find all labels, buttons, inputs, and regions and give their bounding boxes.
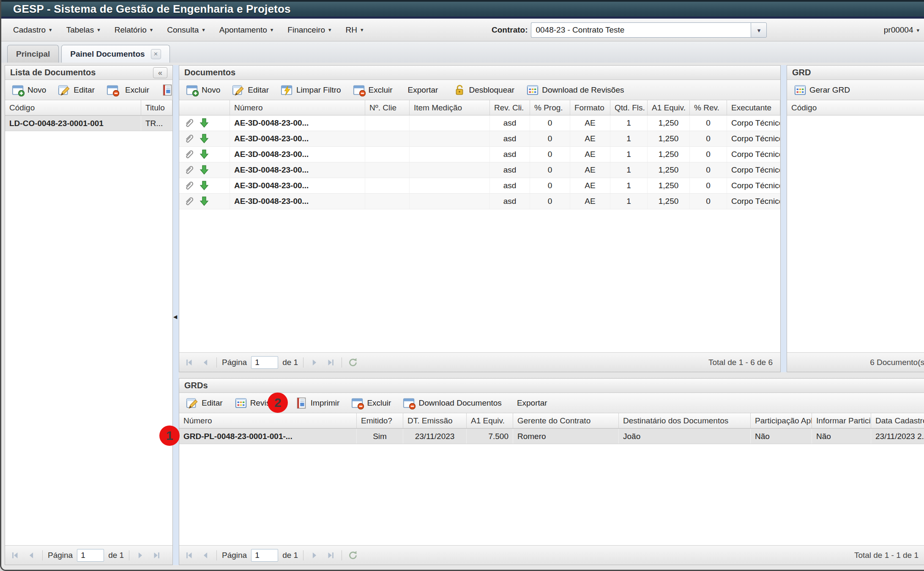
column-header-item-medicao[interactable]: Item Medição (410, 100, 490, 115)
doc-a1: 1,250 (648, 162, 690, 178)
menu-relatorio[interactable]: Relatório▾ (115, 25, 153, 35)
lista-row-titulo: TR... (141, 116, 172, 131)
column-header-n-cliente[interactable]: Nº. Clie (365, 100, 410, 115)
column-header-data-cadastro[interactable]: Data Cadastro (871, 413, 924, 428)
pager-first-button[interactable] (9, 549, 21, 561)
lista-grid-header: Código Titulo (5, 100, 172, 115)
column-header-a1-equiv[interactable]: A1 Equiv. (648, 100, 690, 115)
pager-refresh-button[interactable] (347, 549, 359, 561)
lista-novo-button[interactable]: Novo (9, 82, 49, 98)
column-header-codigo[interactable]: Código (787, 100, 924, 115)
grds-excluir-button[interactable]: Excluir (349, 395, 394, 411)
column-header-executante[interactable]: Executante (727, 100, 780, 115)
documentos-desbloquear-button[interactable]: Desbloquear (451, 82, 517, 98)
column-header-destinatario[interactable]: Destinatário dos Documentos (619, 413, 751, 428)
lista-imprimir-button[interactable]: Im (159, 82, 172, 98)
column-header-rev-pct[interactable]: % Rev. (690, 100, 727, 115)
pager-refresh-button[interactable] (347, 357, 359, 368)
lista-excluir-button[interactable]: Excluir (104, 82, 152, 98)
lista-page-input[interactable] (77, 549, 104, 562)
grds-download-documentos-button[interactable]: Download Documentos (400, 395, 504, 411)
column-header-qtd-fls[interactable]: Qtd. Fls. (610, 100, 648, 115)
delete-window-icon (107, 84, 119, 96)
column-header-dt-emissao[interactable]: DT. Emissão (403, 413, 467, 428)
documentos-grid-body: AE-3D-0048-23-00... asd 0 AE 1 1,250 0 C… (179, 115, 780, 352)
column-header-titulo[interactable]: Titulo (141, 100, 172, 115)
grds-page-input[interactable] (251, 549, 278, 562)
menu-cadastro[interactable]: Cadastro▾ (13, 25, 52, 35)
documento-row[interactable]: AE-3D-0048-23-00... asd 0 AE 1 1,250 0 C… (179, 162, 780, 178)
column-header-formato[interactable]: Formato (570, 100, 610, 115)
documentos-panel-header: Documentos (179, 66, 780, 80)
documentos-editar-button[interactable]: Editar (230, 82, 271, 98)
grd-panel-title: GRD (792, 68, 811, 77)
pager-next-button[interactable] (134, 549, 146, 561)
contract-combo-dropdown-button[interactable]: ▾ (751, 22, 767, 38)
pager-first-button[interactable] (183, 549, 195, 561)
column-header-numero[interactable]: Número (179, 413, 357, 428)
documentos-exportar-button[interactable]: Exportar (402, 84, 444, 96)
pager-prev-icon (201, 551, 210, 560)
pager-prev-button[interactable] (200, 357, 211, 368)
tab-painel-documentos[interactable]: Painel Documentos × (61, 45, 169, 63)
pager-last-icon (152, 551, 161, 560)
tab-close-icon[interactable]: × (151, 49, 161, 59)
column-header-codigo[interactable]: Código (5, 100, 141, 115)
user-menu[interactable]: pr00004▾ (884, 19, 919, 41)
grd-participacao: Não (751, 429, 812, 444)
column-header-prog[interactable]: % Prog. (530, 100, 570, 115)
documentos-novo-button[interactable]: Novo (183, 82, 223, 98)
menu-rh[interactable]: RH▾ (346, 25, 364, 35)
pager-last-button[interactable] (325, 549, 336, 561)
grd-row-selected[interactable]: GRD-PL-0048-23-0001-001-... Sim 23/11/20… (179, 428, 924, 444)
menu-financeiro[interactable]: Financeiro▾ (287, 25, 331, 35)
lista-row-selected[interactable]: LD-CO-0048-23-0001-001 TR... (5, 115, 172, 131)
grds-editar-button[interactable]: Editar (183, 395, 225, 411)
menu-consulta[interactable]: Consulta▾ (167, 25, 205, 35)
contract-selector: Contrato: ▾ (492, 19, 767, 41)
pager-page-label: Página (48, 551, 73, 560)
lista-editar-button[interactable]: Editar (55, 82, 97, 98)
contract-combo-input[interactable] (531, 22, 751, 38)
grds-exportar-button[interactable]: Exportar (511, 397, 553, 409)
grds-pager: Página de 1 Total de 1 - 1 de 1 (179, 545, 924, 565)
column-header-rev-cli[interactable]: Rev. Cli. (490, 100, 530, 115)
column-header-participacao[interactable]: Participação Aplic (751, 413, 812, 428)
collapse-left-icon[interactable]: ◀ (173, 314, 177, 320)
tab-principal[interactable]: Principal (7, 45, 59, 63)
pager-next-button[interactable] (309, 357, 320, 368)
pager-next-button[interactable] (309, 549, 320, 561)
documentos-limpar-filtro-button[interactable]: Limpar Filtro (278, 82, 344, 98)
grd-footer: 6 Documento(s (787, 352, 924, 372)
documentos-excluir-button[interactable]: Excluir (350, 82, 395, 98)
documentos-grid-header: Número Nº. Clie Item Medição Rev. Cli. %… (179, 100, 780, 115)
documento-row[interactable]: AE-3D-0048-23-00... asd 0 AE 1 1,250 0 C… (179, 178, 780, 194)
documentos-page-input[interactable] (251, 356, 278, 369)
pager-first-button[interactable] (183, 357, 195, 368)
doc-formato: AE (570, 178, 610, 193)
gerar-grd-button[interactable]: Gerar GRD (791, 82, 853, 98)
chevron-down-icon: ▾ (361, 27, 364, 33)
menu-tabelas[interactable]: Tabelas▾ (66, 25, 100, 35)
documentos-download-revisoes-button[interactable]: Download de Revisões (524, 82, 626, 98)
vertical-splitter-left[interactable]: ◀ (173, 65, 179, 565)
column-header-a1-equiv[interactable]: A1 Equiv. (467, 413, 513, 428)
documento-row[interactable]: AE-3D-0048-23-00... asd 0 AE 1 1,250 0 C… (179, 147, 780, 162)
pager-prev-button[interactable] (25, 549, 37, 561)
vertical-splitter-right[interactable] (781, 65, 787, 372)
column-header-gerente[interactable]: Gerente do Contrato (513, 413, 619, 428)
column-header-informar[interactable]: Informar Particip (812, 413, 871, 428)
documento-row[interactable]: AE-3D-0048-23-00... asd 0 AE 1 1,250 0 C… (179, 194, 780, 209)
documento-row[interactable]: AE-3D-0048-23-00... asd 0 AE 1 1,250 0 C… (179, 115, 780, 131)
pager-last-button[interactable] (325, 357, 336, 368)
collapse-panel-button[interactable]: « (153, 67, 167, 78)
grds-imprimir-button[interactable]: Imprimir (293, 395, 342, 411)
pager-last-button[interactable] (150, 549, 162, 561)
column-header-emitido[interactable]: Emitido? (357, 413, 403, 428)
edit-pencil-icon (232, 84, 245, 96)
column-header-numero[interactable]: Número (230, 100, 365, 115)
lista-grid-body: LD-CO-0048-23-0001-001 TR... (5, 115, 172, 545)
documento-row[interactable]: AE-3D-0048-23-00... asd 0 AE 1 1,250 0 C… (179, 131, 780, 147)
menu-apontamento[interactable]: Apontamento▾ (219, 25, 273, 35)
pager-prev-button[interactable] (200, 549, 211, 561)
